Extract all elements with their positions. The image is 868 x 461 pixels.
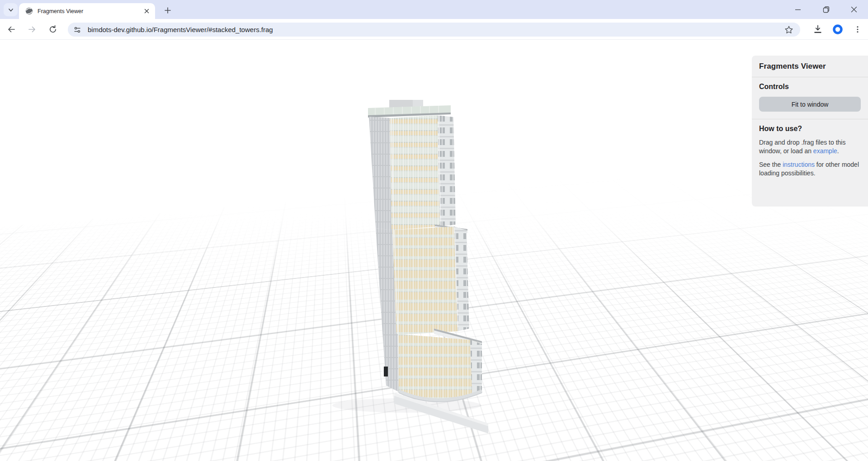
close-icon [144, 9, 149, 14]
help-paragraph-1: Drag and drop .frag files to this window… [759, 138, 861, 155]
plus-icon [165, 7, 171, 14]
tab-title: Fragments Viewer [38, 8, 142, 14]
help-text: . [837, 147, 839, 155]
panel-title: Fragments Viewer [759, 62, 861, 71]
menu-button[interactable] [851, 23, 864, 36]
controls-heading: Controls [759, 83, 861, 91]
profile-button[interactable] [831, 23, 844, 36]
download-icon [813, 24, 823, 34]
bookmark-star-icon [784, 25, 793, 34]
new-tab-button[interactable] [161, 4, 174, 17]
tab-fragments-viewer[interactable]: Fragments Viewer [19, 3, 155, 19]
forward-button[interactable] [25, 23, 39, 36]
window-close-icon [851, 6, 857, 13]
kebab-menu-icon [854, 25, 862, 33]
restore-icon [823, 6, 830, 13]
minimize-button[interactable] [784, 0, 812, 19]
tab-strip: Fragments Viewer [0, 0, 868, 19]
globe-favicon [25, 7, 33, 15]
divider [752, 77, 868, 77]
help-paragraph-2: See the instructions for other model loa… [759, 160, 861, 177]
toolbar-actions [811, 23, 864, 36]
bookmark-star-button[interactable] [782, 23, 796, 37]
tab-close-button[interactable] [142, 7, 151, 15]
url-text: bimdots-dev.github.io/FragmentsViewer/#s… [88, 26, 782, 33]
building-model [312, 90, 502, 438]
divider [752, 119, 868, 119]
tab-search-chevron-icon [8, 7, 14, 13]
browser-window: Fragments Viewer [0, 0, 868, 461]
viewer-canvas[interactable]: Fragments Viewer Controls Fit to window … [0, 40, 868, 461]
site-info-icon[interactable] [73, 26, 81, 34]
back-arrow-icon [7, 25, 16, 34]
omnibox[interactable]: bimdots-dev.github.io/FragmentsViewer/#s… [68, 23, 800, 37]
restore-button[interactable] [812, 0, 840, 19]
window-controls [784, 0, 868, 19]
example-link[interactable]: example [813, 147, 837, 155]
reload-button[interactable] [46, 23, 60, 36]
fit-to-window-button[interactable]: Fit to window [759, 97, 861, 112]
tab-search-button[interactable] [4, 3, 18, 16]
window-close-button[interactable] [840, 0, 868, 19]
minimize-icon [795, 6, 801, 13]
fragments-viewer-panel: Fragments Viewer Controls Fit to window … [752, 56, 868, 207]
help-text: See the [759, 161, 783, 168]
instructions-link[interactable]: instructions [783, 161, 815, 168]
profile-ring-icon [832, 24, 843, 35]
back-button[interactable] [5, 23, 18, 36]
reload-icon [48, 25, 57, 34]
how-to-use-heading: How to use? [759, 125, 861, 133]
forward-arrow-icon [28, 25, 37, 34]
download-button[interactable] [811, 23, 825, 36]
